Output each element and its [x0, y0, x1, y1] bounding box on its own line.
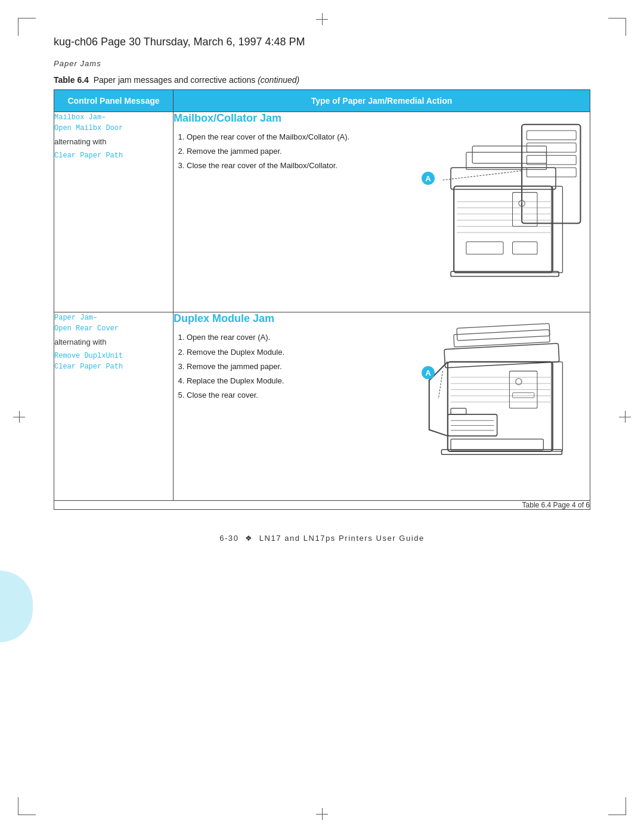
jam-msg-line7: Clear Paper Path: [54, 361, 173, 372]
cross-mark-left: [13, 411, 25, 423]
jam-msg-line2: Open Mailbx Door: [54, 123, 173, 134]
normal-text-row1: alternating with: [54, 136, 173, 148]
table-title: Table 6.4 Paper jam messages and correct…: [54, 75, 596, 85]
table-row: Paper Jam– Open Rear Cover alternating w…: [54, 312, 590, 501]
label-a-row1: A: [422, 172, 435, 185]
table-header-row: Control Panel Message Type of Paper Jam/…: [54, 90, 590, 112]
step-1-row1: Open the rear cover of the Mailbox/Colla…: [187, 131, 411, 144]
step-5-row2: Close the rear cover.: [187, 389, 411, 402]
table-title-suffix: (continued): [258, 75, 299, 85]
svg-point-40: [516, 379, 522, 385]
cross-mark-bottom: [316, 808, 328, 820]
step-3-row2: Remove the jammed paper.: [187, 360, 411, 373]
corner-mark-top-left: [18, 18, 36, 36]
jam-msg-line4: Paper Jam–: [54, 312, 173, 323]
svg-rect-3: [472, 146, 546, 163]
printer-image-row2: A: [417, 312, 590, 500]
main-table: Control Panel Message Type of Paper Jam/…: [54, 89, 590, 510]
printer-svg-row1: [417, 112, 590, 309]
svg-line-26: [438, 371, 442, 400]
jam-title-row2: Duplex Module Jam: [174, 312, 411, 325]
table-footer-cell: Table 6.4 Page 4 of 6: [54, 501, 590, 510]
footer-page-num: 6-30: [219, 534, 239, 543]
footer-diamond: ❖: [245, 534, 253, 543]
page-footer: 6-30 ❖ LN17 and LN17ps Printers User Gui…: [48, 534, 596, 555]
jam-title-row1: Mailbox/Collator Jam: [174, 112, 411, 125]
normal-text-row2: alternating with: [54, 336, 173, 348]
svg-rect-0: [454, 186, 553, 272]
svg-rect-41: [513, 393, 534, 398]
left-col-row2: Paper Jam– Open Rear Cover alternating w…: [54, 312, 174, 501]
table-title-main: Paper jam messages and corrective action…: [94, 75, 256, 85]
step-2-row1: Remove the jammed paper.: [187, 145, 411, 158]
right-col-row1: Mailbox/Collator Jam Open the rear cover…: [174, 112, 590, 312]
corner-mark-bottom-left: [18, 797, 36, 815]
jam-msg-line5: Open Rear Cover: [54, 323, 173, 334]
svg-rect-18: [466, 241, 503, 254]
svg-rect-5: [527, 131, 576, 140]
svg-rect-23: [444, 343, 559, 368]
blue-decorative-blob: [0, 571, 33, 642]
svg-rect-34: [448, 414, 497, 436]
section-label: Paper Jams: [54, 59, 596, 68]
corner-mark-bottom-right: [608, 797, 626, 815]
table-title-prefix: Table 6.4: [54, 75, 89, 85]
svg-rect-38: [451, 408, 466, 414]
jam-msg-line3: Clear Paper Path: [54, 150, 173, 161]
printer-svg-row2: [417, 312, 590, 498]
step-3-row1: Close the rear cover of the Mailbox/Coll…: [187, 159, 411, 172]
page-header: kug-ch06 Page 30 Thursday, March 6, 1997…: [48, 36, 596, 48]
col2-header: Type of Paper Jam/Remedial Action: [174, 90, 590, 112]
svg-rect-19: [513, 241, 537, 254]
table-footer-row: Table 6.4 Page 4 of 6: [54, 501, 590, 510]
step-4-row2: Replace the Duplex Module.: [187, 374, 411, 388]
printer-image-row1: A: [417, 112, 590, 312]
instructions-row2: Open the rear cover (A). Remove the Dupl…: [174, 331, 411, 401]
jam-msg-line1: Mailbox Jam–: [54, 112, 173, 123]
step-2-row2: Remove the Duplex Module.: [187, 346, 411, 359]
svg-rect-42: [451, 439, 543, 451]
step-1-row2: Open the rear cover (A).: [187, 331, 411, 344]
jam-msg-line6: Remove DuplxUnit: [54, 351, 173, 361]
svg-line-9: [443, 171, 522, 180]
cross-mark-top: [316, 13, 328, 25]
page: kug-ch06 Page 30 Thursday, March 6, 1997…: [0, 0, 644, 833]
instructions-block-row1: Mailbox/Collator Jam Open the rear cover…: [174, 112, 411, 174]
right-col-row2: Duplex Module Jam Open the rear cover (A…: [174, 312, 590, 501]
footer-text: LN17 and LN17ps Printers User Guide: [259, 534, 425, 543]
left-col-row1: Mailbox Jam– Open Mailbx Door alternatin…: [54, 112, 174, 312]
svg-rect-2: [466, 152, 547, 169]
svg-rect-8: [527, 168, 576, 177]
svg-rect-6: [527, 143, 576, 153]
table-row: Mailbox Jam– Open Mailbx Door alternatin…: [54, 112, 590, 312]
svg-rect-20: [513, 193, 537, 227]
instructions-block-row2: Duplex Module Jam Open the rear cover (A…: [174, 312, 411, 402]
corner-mark-top-right: [608, 18, 626, 36]
instructions-row1: Open the rear cover of the Mailbox/Colla…: [174, 131, 411, 172]
cross-mark-right: [619, 411, 631, 423]
col1-header: Control Panel Message: [54, 90, 174, 112]
